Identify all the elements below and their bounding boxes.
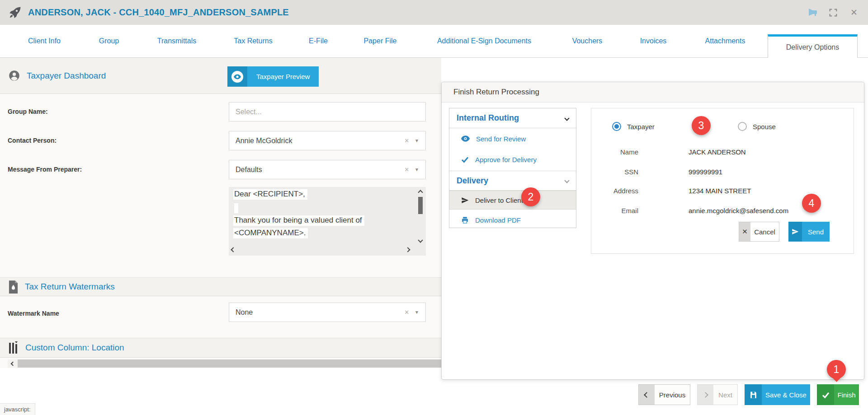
menu-item-send-for-review[interactable]: Send for Review: [449, 128, 576, 149]
message-from-preparer-select[interactable]: Defaults ✕ ▼: [229, 160, 426, 179]
chevron-right-icon: [698, 385, 713, 405]
scroll-up-icon[interactable]: [418, 190, 423, 195]
horizontal-scrollbar-thumb[interactable]: [18, 359, 441, 368]
tab-client-info[interactable]: Client Info: [28, 25, 61, 57]
contact-person-value: Annie McGoldrick: [236, 137, 404, 145]
contact-person-select[interactable]: Annie McGoldrick ✕ ▼: [229, 131, 426, 150]
eye-icon: [227, 66, 247, 87]
step-badge-3: 3: [692, 116, 711, 135]
message-line: Thank you for being a valued client of: [233, 216, 364, 225]
tab-group[interactable]: Group: [99, 25, 119, 57]
recipient-details-card: Taxpayer Spouse Name JACK ANDERSON SSN 9…: [591, 108, 854, 254]
clear-icon[interactable]: ✕: [404, 137, 409, 144]
message-line: <COMPANYNAME>.: [233, 228, 308, 238]
save-and-close-button[interactable]: Save & Close: [745, 384, 810, 405]
finish-return-processing-panel: Finish Return Processing Internal Routin…: [441, 82, 864, 380]
caret-down-icon[interactable]: ▼: [415, 167, 419, 172]
menu-item-approve-for-delivery[interactable]: Approve for Delivery: [449, 149, 576, 170]
close-icon[interactable]: ✕: [848, 7, 860, 19]
previous-button[interactable]: Previous: [638, 384, 690, 405]
megaphone-icon[interactable]: [807, 7, 818, 19]
tax-return-watermarks-section-header: Tax Return Watermarks: [0, 277, 441, 296]
taxpayer-preview-button[interactable]: Taxpayer Preview: [227, 66, 319, 87]
taxpayer-dashboard-title: Taxpayer Dashboard: [27, 71, 106, 81]
processing-menu: Internal Routing Send for Review Approve…: [449, 108, 576, 228]
custom-column-title: Custom Column: Location: [25, 343, 124, 353]
step-badge-4: 4: [802, 194, 821, 213]
check-icon: [817, 384, 834, 405]
delivery-options-content: Taxpayer Dashboard Taxpayer Preview Grou…: [0, 58, 441, 368]
x-icon: ✕: [739, 222, 750, 241]
rocket-logo-icon: [8, 6, 22, 19]
columns-icon: [8, 341, 19, 354]
message-from-preparer-label: Message From Preparer:: [8, 166, 82, 173]
clear-icon[interactable]: ✕: [404, 166, 409, 173]
paper-plane-icon: [788, 222, 802, 242]
next-button[interactable]: Next: [697, 384, 738, 405]
panel-title: Finish Return Processing: [453, 88, 539, 97]
tab-invoices[interactable]: Invoices: [640, 25, 667, 57]
caret-down-icon[interactable]: ▼: [415, 138, 419, 143]
message-from-preparer-value: Defaults: [236, 166, 404, 174]
step-badge-1: 1: [827, 360, 846, 379]
tab-delivery-options-active[interactable]: Delivery Options: [768, 34, 858, 58]
floppy-disk-icon: [745, 384, 762, 405]
scroll-left-icon[interactable]: [8, 359, 18, 368]
delivery-header[interactable]: Delivery: [449, 171, 576, 191]
tab-bar: Client Info Group Transmittals Tax Retur…: [0, 25, 868, 58]
printer-icon: [461, 216, 469, 224]
tab-additional-esign-documents[interactable]: Additional E-Sign Documents: [437, 25, 531, 57]
window-titlebar: ANDERSON, JACK - CCH_1040_MFJ_ANDERSON_S…: [0, 0, 868, 25]
taxpayer-radio[interactable]: [612, 122, 621, 131]
fullscreen-icon[interactable]: [827, 7, 839, 19]
clear-icon[interactable]: ✕: [404, 309, 409, 316]
chevron-down-icon: [564, 116, 569, 121]
message-blank-line: [234, 203, 238, 213]
message-body-editor[interactable]: Dear <RECIPIENT>, Thank you for being a …: [229, 187, 426, 256]
internal-routing-header[interactable]: Internal Routing: [449, 108, 576, 128]
cancel-button[interactable]: ✕ Cancel: [739, 222, 779, 242]
tax-return-watermarks-title: Tax Return Watermarks: [25, 282, 115, 292]
status-link-preview: javascript:: [0, 403, 35, 415]
caret-down-icon[interactable]: ▼: [415, 310, 419, 315]
tab-attachments[interactable]: Attachments: [705, 25, 745, 57]
message-line: Dear <RECIPIENT>,: [233, 190, 307, 199]
chevron-down-icon: [564, 178, 569, 183]
watermark-name-label: Watermark Name: [8, 310, 59, 317]
scroll-right-icon[interactable]: [405, 247, 410, 252]
tab-paper-file[interactable]: Paper File: [364, 25, 397, 57]
panel-header: Finish Return Processing: [442, 82, 864, 103]
step-badge-2: 2: [521, 187, 540, 206]
tab-transmittals[interactable]: Transmittals: [157, 25, 197, 57]
scroll-down-icon[interactable]: [418, 238, 423, 242]
tab-vouchers[interactable]: Vouchers: [572, 25, 603, 57]
finish-button[interactable]: Finish: [817, 384, 859, 405]
group-name-select[interactable]: Select...: [229, 102, 426, 121]
watermark-name-value: None: [236, 308, 404, 317]
app-window: ANDERSON, JACK - CCH_1040_MFJ_ANDERSON_S…: [0, 0, 868, 415]
horizontal-scrollbar: [8, 359, 441, 368]
group-name-label: Group Name:: [8, 108, 48, 115]
custom-column-section-header: Custom Column: Location: [0, 338, 441, 358]
titlebar-actions: ✕: [807, 0, 860, 25]
scroll-left-icon[interactable]: [231, 247, 236, 252]
watermark-document-icon: [8, 280, 19, 294]
menu-item-deliver-to-client[interactable]: Deliver to Client: [449, 191, 576, 210]
paper-plane-icon: [461, 196, 469, 204]
spouse-radio[interactable]: [738, 122, 747, 131]
group-name-placeholder: Select...: [236, 108, 425, 116]
taxpayer-radio-option[interactable]: Taxpayer: [612, 122, 655, 131]
watermark-name-select[interactable]: None ✕ ▼: [229, 303, 426, 322]
tab-e-file[interactable]: E-File: [309, 25, 328, 57]
taxpayer-preview-label: Taxpayer Preview: [247, 66, 319, 87]
vertical-scrollbar-thumb[interactable]: [418, 197, 423, 214]
person-circle-icon: [8, 70, 20, 82]
tab-tax-returns[interactable]: Tax Returns: [234, 25, 272, 57]
spouse-radio-option[interactable]: Spouse: [738, 122, 776, 131]
menu-item-download-pdf[interactable]: Download PDF: [449, 210, 576, 230]
window-title: ANDERSON, JACK - CCH_1040_MFJ_ANDERSON_S…: [28, 7, 289, 18]
chevron-left-icon: [639, 385, 655, 405]
send-button[interactable]: Send: [788, 222, 830, 242]
contact-person-label: Contact Person:: [8, 137, 57, 144]
check-icon: [461, 156, 469, 163]
